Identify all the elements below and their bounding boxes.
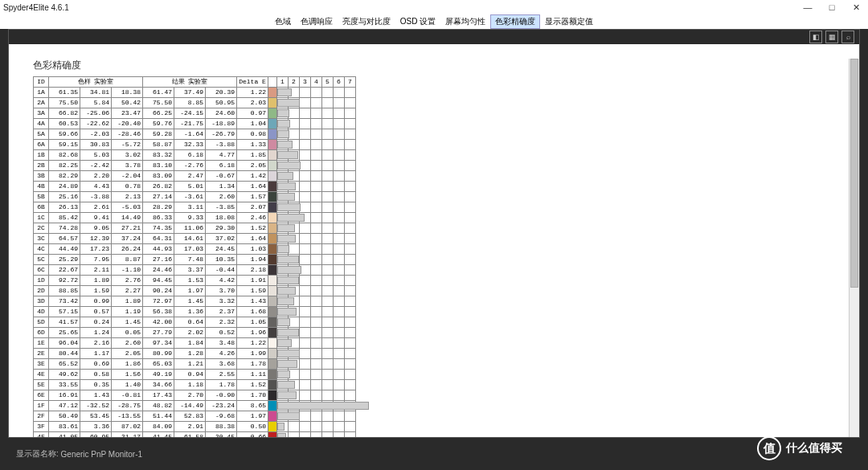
table-row: 6C22.672.11-1.1024.463.37-0.442.18 — [34, 265, 356, 276]
watermark: 值 什么值得买 — [757, 436, 854, 460]
tab-2[interactable]: 亮度与对比度 — [338, 14, 395, 29]
tool-icon-1[interactable]: ◧ — [809, 31, 822, 43]
table-row: 4F41.0560.9531.1741.4561.5830.450.66 — [34, 432, 356, 438]
tab-4[interactable]: 屏幕均匀性 — [440, 14, 490, 29]
table-row: 1E96.042.162.6097.341.843.481.22 — [34, 338, 356, 349]
app-title: Spyder4Elite 4.6.1 — [3, 3, 69, 12]
table-row: 1C85.429.4114.4986.339.3318.082.46 — [34, 213, 356, 223]
scale-2: 2 — [289, 77, 300, 88]
maximize-button[interactable]: □ — [820, 0, 844, 14]
table-row: 2E80.441.172.0580.991.284.261.99 — [34, 349, 356, 359]
col-sample: 色样 实验室 — [49, 77, 143, 88]
table-row: 1A61.3534.8118.3861.4737.4920.391.22 — [34, 88, 356, 98]
watermark-text: 什么值得买 — [786, 441, 842, 456]
col-result: 结果 实验室 — [143, 77, 237, 88]
scrollbar-thumb[interactable] — [850, 59, 858, 288]
table-row: 1B82.685.033.0283.326.184.771.85 — [34, 150, 356, 161]
table-row: 5C25.297.958.8727.167.4810.351.94 — [34, 255, 356, 265]
scale-5: 5 — [322, 77, 334, 88]
col-id: ID — [34, 77, 49, 88]
table-row: 5B25.16-3.882.1327.14-3.612.601.57 — [34, 192, 356, 202]
table-row: 6D25.651.240.0527.792.020.521.96 — [34, 328, 356, 338]
col-swatch — [268, 77, 277, 88]
zoom-icon[interactable]: ⌕ — [841, 31, 854, 43]
table-row: 3C64.5712.3937.2464.3114.6137.021.64 — [34, 234, 356, 244]
window-titlebar: Spyder4Elite 4.6.1 — □ ✕ — [0, 0, 868, 14]
scale-3: 3 — [300, 77, 311, 88]
watermark-icon: 值 — [757, 436, 781, 460]
page-title: 色彩精确度 — [33, 59, 81, 72]
table-row: 5D41.570.241.4542.000.642.321.05 — [34, 317, 356, 328]
table-row: 3A66.82-25.0623.4766.25-24.1524.600.97 — [34, 108, 356, 119]
table-row: 4A60.53-22.62-20.4059.76-21.75-18.891.04 — [34, 119, 356, 129]
col-delta: Delta E — [237, 77, 268, 88]
table-row: 1D92.721.892.7694.451.534.421.91 — [34, 276, 356, 286]
table-row: 2F50.4953.45-13.5551.4452.83-9.681.97 — [34, 411, 356, 422]
scale-6: 6 — [334, 77, 345, 88]
tab-5[interactable]: 色彩精确度 — [490, 14, 540, 29]
table-row: 4E49.620.581.5649.190.942.551.11 — [34, 370, 356, 380]
tab-3[interactable]: OSD 设置 — [395, 14, 440, 29]
page-frame: ◧ ▦ ⌕ 色彩精确度 ID色样 实验室结果 实验室Delta E1234567… — [8, 29, 860, 438]
table-row: 6A59.1530.83-5.7258.8732.33-3.881.33 — [34, 140, 356, 150]
tool-icon-2[interactable]: ▦ — [825, 31, 838, 43]
table-row: 4B24.894.430.7826.825.011.341.64 — [34, 182, 356, 192]
table-row: 3D73.420.991.8972.971.453.321.43 — [34, 296, 356, 307]
table-row: 5E33.550.351.4034.661.181.781.52 — [34, 380, 356, 390]
monitor-name: Generic PnP Monitor-1 — [61, 450, 143, 459]
tab-0[interactable]: 色域 — [270, 14, 296, 29]
table-row: 1F47.12-32.52-28.7548.82-14.49-23.248.65 — [34, 401, 356, 411]
scale-1: 1 — [277, 77, 289, 88]
table-row: 4C44.4917.2326.2444.9317.0324.451.03 — [34, 244, 356, 255]
monitor-label: 显示器名称: — [16, 448, 59, 460]
color-accuracy-table: ID色样 实验室结果 实验室Delta E12345671A61.3534.81… — [33, 76, 356, 437]
table-row: 4D57.150.571.1956.381.362.371.68 — [34, 307, 356, 317]
vertical-scrollbar[interactable] — [849, 59, 859, 437]
minimize-button[interactable]: — — [796, 0, 820, 14]
table-row: 2C74.289.0527.2174.3511.0629.301.52 — [34, 223, 356, 234]
report-page: 色彩精确度 ID色样 实验室结果 实验室Delta E12345671A61.3… — [9, 44, 859, 437]
table-row: 6E16.911.43-0.8117.432.70-0.901.70 — [34, 390, 356, 401]
window-controls: — □ ✕ — [796, 0, 868, 14]
tab-6[interactable]: 显示器额定值 — [540, 14, 598, 29]
table-row: 5A59.66-2.03-28.4659.28-1.64-26.790.98 — [34, 129, 356, 140]
table-row: 3E65.520.691.8665.031.213.681.78 — [34, 359, 356, 370]
table-row: 6B26.132.61-5.0328.293.11-3.852.07 — [34, 202, 356, 213]
table-row: 3B82.292.20-2.0483.092.47-0.671.42 — [34, 171, 356, 182]
scale-4: 4 — [311, 77, 322, 88]
table-row: 2B82.25-2.423.7883.10-2.766.182.05 — [34, 161, 356, 171]
close-button[interactable]: ✕ — [844, 0, 868, 14]
table-row: 2D88.851.592.2790.241.973.701.59 — [34, 286, 356, 296]
table-row: 3F83.613.3687.0284.092.9188.380.50 — [34, 422, 356, 432]
status-bar: 显示器名称: Generic PnP Monitor-1 — [0, 438, 868, 470]
scale-7: 7 — [345, 77, 356, 88]
table-row: 2A75.505.8450.4275.508.8550.952.03 — [34, 98, 356, 108]
toolbar: ◧ ▦ ⌕ — [9, 30, 859, 44]
tab-1[interactable]: 色调响应 — [296, 14, 338, 29]
tab-bar: 色域色调响应亮度与对比度OSD 设置屏幕均匀性色彩精确度显示器额定值 — [0, 14, 868, 29]
